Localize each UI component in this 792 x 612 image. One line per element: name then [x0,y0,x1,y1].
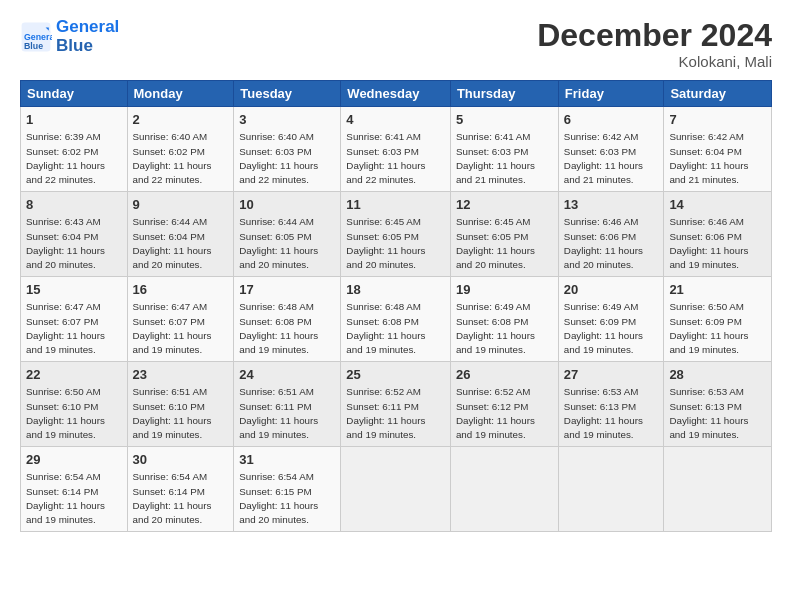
table-row: 28Sunrise: 6:53 AM Sunset: 6:13 PM Dayli… [664,362,772,447]
table-row: 23Sunrise: 6:51 AM Sunset: 6:10 PM Dayli… [127,362,234,447]
table-row: 3Sunrise: 6:40 AM Sunset: 6:03 PM Daylig… [234,107,341,192]
day-info: Sunrise: 6:54 AM Sunset: 6:15 PM Dayligh… [239,470,335,527]
table-row [558,447,664,532]
col-friday: Friday [558,81,664,107]
day-number: 25 [346,366,445,384]
day-info: Sunrise: 6:51 AM Sunset: 6:11 PM Dayligh… [239,385,335,442]
day-number: 6 [564,111,659,129]
day-info: Sunrise: 6:40 AM Sunset: 6:03 PM Dayligh… [239,130,335,187]
day-number: 2 [133,111,229,129]
day-number: 20 [564,281,659,299]
day-number: 21 [669,281,766,299]
logo: General Blue GeneralBlue [20,18,119,55]
calendar-week-row: 8Sunrise: 6:43 AM Sunset: 6:04 PM Daylig… [21,192,772,277]
col-saturday: Saturday [664,81,772,107]
day-info: Sunrise: 6:53 AM Sunset: 6:13 PM Dayligh… [564,385,659,442]
day-number: 7 [669,111,766,129]
day-number: 17 [239,281,335,299]
calendar-week-row: 22Sunrise: 6:50 AM Sunset: 6:10 PM Dayli… [21,362,772,447]
table-row: 20Sunrise: 6:49 AM Sunset: 6:09 PM Dayli… [558,277,664,362]
day-info: Sunrise: 6:45 AM Sunset: 6:05 PM Dayligh… [346,215,445,272]
table-row: 5Sunrise: 6:41 AM Sunset: 6:03 PM Daylig… [450,107,558,192]
day-info: Sunrise: 6:42 AM Sunset: 6:03 PM Dayligh… [564,130,659,187]
day-number: 23 [133,366,229,384]
day-number: 29 [26,451,122,469]
day-info: Sunrise: 6:45 AM Sunset: 6:05 PM Dayligh… [456,215,553,272]
day-info: Sunrise: 6:41 AM Sunset: 6:03 PM Dayligh… [346,130,445,187]
day-number: 30 [133,451,229,469]
table-row: 15Sunrise: 6:47 AM Sunset: 6:07 PM Dayli… [21,277,128,362]
calendar-week-row: 1Sunrise: 6:39 AM Sunset: 6:02 PM Daylig… [21,107,772,192]
table-row: 1Sunrise: 6:39 AM Sunset: 6:02 PM Daylig… [21,107,128,192]
day-info: Sunrise: 6:43 AM Sunset: 6:04 PM Dayligh… [26,215,122,272]
logo-text: GeneralBlue [56,18,119,55]
day-number: 24 [239,366,335,384]
col-wednesday: Wednesday [341,81,451,107]
table-row: 6Sunrise: 6:42 AM Sunset: 6:03 PM Daylig… [558,107,664,192]
day-info: Sunrise: 6:50 AM Sunset: 6:10 PM Dayligh… [26,385,122,442]
day-info: Sunrise: 6:52 AM Sunset: 6:12 PM Dayligh… [456,385,553,442]
day-info: Sunrise: 6:46 AM Sunset: 6:06 PM Dayligh… [669,215,766,272]
day-number: 1 [26,111,122,129]
table-row [450,447,558,532]
day-info: Sunrise: 6:47 AM Sunset: 6:07 PM Dayligh… [26,300,122,357]
table-row: 30Sunrise: 6:54 AM Sunset: 6:14 PM Dayli… [127,447,234,532]
table-row: 10Sunrise: 6:44 AM Sunset: 6:05 PM Dayli… [234,192,341,277]
table-row: 21Sunrise: 6:50 AM Sunset: 6:09 PM Dayli… [664,277,772,362]
logo-icon: General Blue [20,21,52,53]
day-number: 22 [26,366,122,384]
svg-text:Blue: Blue [24,41,43,51]
page: General Blue GeneralBlue December 2024 K… [0,0,792,612]
header: General Blue GeneralBlue December 2024 K… [20,18,772,70]
calendar-week-row: 29Sunrise: 6:54 AM Sunset: 6:14 PM Dayli… [21,447,772,532]
table-row: 31Sunrise: 6:54 AM Sunset: 6:15 PM Dayli… [234,447,341,532]
col-tuesday: Tuesday [234,81,341,107]
day-info: Sunrise: 6:50 AM Sunset: 6:09 PM Dayligh… [669,300,766,357]
table-row: 29Sunrise: 6:54 AM Sunset: 6:14 PM Dayli… [21,447,128,532]
table-row: 27Sunrise: 6:53 AM Sunset: 6:13 PM Dayli… [558,362,664,447]
day-number: 15 [26,281,122,299]
table-row: 14Sunrise: 6:46 AM Sunset: 6:06 PM Dayli… [664,192,772,277]
title-block: December 2024 Kolokani, Mali [537,18,772,70]
table-row: 26Sunrise: 6:52 AM Sunset: 6:12 PM Dayli… [450,362,558,447]
col-sunday: Sunday [21,81,128,107]
day-number: 26 [456,366,553,384]
day-info: Sunrise: 6:49 AM Sunset: 6:08 PM Dayligh… [456,300,553,357]
col-monday: Monday [127,81,234,107]
calendar-header-row: Sunday Monday Tuesday Wednesday Thursday… [21,81,772,107]
table-row: 9Sunrise: 6:44 AM Sunset: 6:04 PM Daylig… [127,192,234,277]
day-number: 16 [133,281,229,299]
table-row [664,447,772,532]
day-number: 8 [26,196,122,214]
day-number: 11 [346,196,445,214]
day-info: Sunrise: 6:48 AM Sunset: 6:08 PM Dayligh… [239,300,335,357]
table-row: 7Sunrise: 6:42 AM Sunset: 6:04 PM Daylig… [664,107,772,192]
day-info: Sunrise: 6:39 AM Sunset: 6:02 PM Dayligh… [26,130,122,187]
table-row: 4Sunrise: 6:41 AM Sunset: 6:03 PM Daylig… [341,107,451,192]
calendar-table: Sunday Monday Tuesday Wednesday Thursday… [20,80,772,532]
table-row: 11Sunrise: 6:45 AM Sunset: 6:05 PM Dayli… [341,192,451,277]
day-info: Sunrise: 6:40 AM Sunset: 6:02 PM Dayligh… [133,130,229,187]
day-info: Sunrise: 6:54 AM Sunset: 6:14 PM Dayligh… [26,470,122,527]
day-number: 31 [239,451,335,469]
calendar-subtitle: Kolokani, Mali [537,53,772,70]
day-info: Sunrise: 6:48 AM Sunset: 6:08 PM Dayligh… [346,300,445,357]
day-number: 10 [239,196,335,214]
day-number: 5 [456,111,553,129]
day-info: Sunrise: 6:51 AM Sunset: 6:10 PM Dayligh… [133,385,229,442]
day-number: 12 [456,196,553,214]
table-row: 18Sunrise: 6:48 AM Sunset: 6:08 PM Dayli… [341,277,451,362]
col-thursday: Thursday [450,81,558,107]
table-row: 19Sunrise: 6:49 AM Sunset: 6:08 PM Dayli… [450,277,558,362]
day-number: 27 [564,366,659,384]
day-info: Sunrise: 6:44 AM Sunset: 6:05 PM Dayligh… [239,215,335,272]
day-info: Sunrise: 6:41 AM Sunset: 6:03 PM Dayligh… [456,130,553,187]
day-info: Sunrise: 6:47 AM Sunset: 6:07 PM Dayligh… [133,300,229,357]
table-row: 24Sunrise: 6:51 AM Sunset: 6:11 PM Dayli… [234,362,341,447]
day-number: 4 [346,111,445,129]
table-row: 8Sunrise: 6:43 AM Sunset: 6:04 PM Daylig… [21,192,128,277]
day-info: Sunrise: 6:49 AM Sunset: 6:09 PM Dayligh… [564,300,659,357]
table-row: 22Sunrise: 6:50 AM Sunset: 6:10 PM Dayli… [21,362,128,447]
day-info: Sunrise: 6:42 AM Sunset: 6:04 PM Dayligh… [669,130,766,187]
day-info: Sunrise: 6:54 AM Sunset: 6:14 PM Dayligh… [133,470,229,527]
